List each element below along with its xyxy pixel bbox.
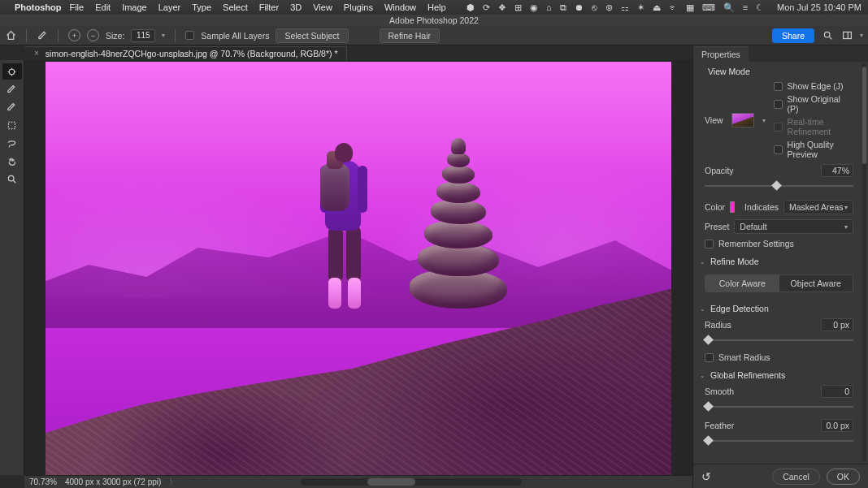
- quick-selection-tool[interactable]: [2, 63, 22, 80]
- brush-size-increase-button[interactable]: +: [68, 29, 80, 41]
- smooth-slider[interactable]: [705, 403, 853, 411]
- workspace-switcher-icon[interactable]: [840, 29, 853, 42]
- object-selection-tool[interactable]: [2, 117, 22, 133]
- wifi-icon[interactable]: ᯤ: [669, 2, 678, 12]
- zoom-level[interactable]: 70.73%: [29, 477, 57, 486]
- horizontal-scrollbar[interactable]: [301, 478, 522, 486]
- control-center-icon[interactable]: ≡: [743, 2, 748, 12]
- menu-file[interactable]: File: [69, 2, 84, 12]
- zoom-tool[interactable]: [2, 171, 22, 187]
- remember-settings-checkbox[interactable]: [705, 240, 714, 248]
- brush-tool-icon[interactable]: [37, 30, 48, 41]
- color-aware-option[interactable]: Color Aware: [705, 275, 779, 292]
- menu-type[interactable]: Type: [192, 2, 211, 12]
- status-icon[interactable]: ⏺: [575, 2, 584, 12]
- opacity-value[interactable]: 47%: [821, 164, 853, 177]
- menu-select[interactable]: Select: [223, 2, 248, 12]
- show-edge-label: Show Edge (J): [788, 81, 844, 91]
- show-original-checkbox[interactable]: [774, 100, 783, 109]
- close-tab-icon[interactable]: ×: [34, 49, 39, 58]
- status-icon[interactable]: ⌂: [546, 2, 552, 12]
- chevron-down-icon[interactable]: ▾: [762, 117, 766, 124]
- indicates-select[interactable]: Masked Areas▾: [783, 200, 853, 214]
- opacity-label: Opacity: [705, 166, 734, 175]
- hand-tool[interactable]: [2, 153, 22, 169]
- smart-radius-checkbox[interactable]: [705, 353, 714, 362]
- status-icon[interactable]: ⌨: [702, 2, 715, 13]
- home-icon[interactable]: [5, 30, 16, 41]
- feather-value[interactable]: 0.0 px: [821, 419, 853, 432]
- status-icon[interactable]: ⊚: [605, 2, 613, 13]
- canvas-art: [410, 138, 507, 309]
- svg-point-0: [824, 32, 830, 37]
- menu-3d[interactable]: 3D: [290, 2, 302, 12]
- document-tab[interactable]: × simon-english-48nerZQCHgo-unsplash.jpg…: [24, 46, 347, 60]
- section-title: Edge Detection: [710, 304, 769, 313]
- menu-layer[interactable]: Layer: [158, 2, 181, 12]
- smart-radius-label: Smart Radius: [718, 352, 770, 362]
- status-flyout-icon[interactable]: 〉: [169, 477, 177, 488]
- hq-preview-checkbox[interactable]: [774, 145, 783, 154]
- preset-select[interactable]: Default▾: [734, 219, 853, 234]
- app-name[interactable]: Photoshop: [15, 2, 61, 12]
- status-icon[interactable]: ✶: [637, 2, 644, 13]
- menu-image[interactable]: Image: [122, 2, 147, 12]
- document-canvas[interactable]: [46, 62, 671, 475]
- section-edge-detection[interactable]: ⌄Edge Detection: [693, 299, 861, 317]
- feather-slider[interactable]: [705, 437, 853, 445]
- spotlight-icon[interactable]: 🔍: [723, 2, 735, 13]
- indicates-value: Masked Areas: [789, 202, 844, 212]
- status-icon[interactable]: ⏏: [653, 2, 661, 13]
- menu-plugins[interactable]: Plugins: [344, 2, 373, 12]
- status-icon[interactable]: ⬢: [467, 2, 475, 13]
- status-icon[interactable]: ⚏: [621, 2, 629, 13]
- ok-button[interactable]: OK: [827, 469, 860, 485]
- select-subject-button[interactable]: Select Subject: [276, 28, 348, 43]
- refine-edge-brush-tool[interactable]: [2, 81, 22, 97]
- status-icon[interactable]: ⟳: [483, 2, 490, 13]
- brush-size-decrease-button[interactable]: −: [87, 29, 99, 41]
- section-global-refinements[interactable]: ⌄Global Refinements: [693, 365, 861, 383]
- vertical-scrollbar[interactable]: [862, 63, 866, 462]
- status-icon[interactable]: ▦: [686, 2, 694, 13]
- canvas-area[interactable]: [24, 60, 692, 475]
- radius-value[interactable]: 0 px: [821, 318, 853, 331]
- preset-value: Default: [740, 222, 766, 231]
- properties-tab[interactable]: Properties: [693, 46, 749, 62]
- opacity-slider[interactable]: [705, 182, 853, 190]
- search-icon[interactable]: [821, 29, 834, 42]
- overlay-color-swatch[interactable]: [730, 201, 735, 213]
- menu-filter[interactable]: Filter: [259, 2, 279, 12]
- status-icon[interactable]: ◉: [530, 2, 538, 13]
- view-thumbnail[interactable]: [731, 113, 754, 127]
- color-label: Color: [705, 202, 725, 212]
- lasso-tool[interactable]: [2, 135, 22, 151]
- status-icon[interactable]: ⊞: [514, 2, 522, 13]
- radius-slider[interactable]: [705, 336, 853, 344]
- section-refine-mode[interactable]: ⌄Refine Mode: [693, 252, 861, 270]
- status-icon[interactable]: ⧉: [560, 2, 566, 13]
- status-icon[interactable]: ❖: [498, 2, 506, 13]
- menu-edit[interactable]: Edit: [95, 2, 111, 12]
- cancel-button[interactable]: Cancel: [772, 469, 820, 485]
- menu-help[interactable]: Help: [427, 2, 446, 12]
- brush-tool[interactable]: [2, 99, 22, 115]
- status-icon[interactable]: ☾: [756, 2, 764, 13]
- menu-view[interactable]: View: [313, 2, 332, 12]
- reset-icon[interactable]: ↺: [701, 470, 711, 483]
- document-dimensions[interactable]: 4000 px x 3000 px (72 ppi): [65, 477, 161, 486]
- chevron-down-icon[interactable]: ▾: [860, 32, 863, 39]
- menu-window[interactable]: Window: [384, 2, 416, 12]
- status-icon[interactable]: ⎋: [592, 2, 597, 12]
- chevron-down-icon[interactable]: ▾: [162, 32, 165, 39]
- refine-hair-button[interactable]: Refine Hair: [380, 28, 441, 43]
- show-edge-checkbox[interactable]: [774, 82, 783, 91]
- share-button[interactable]: Share: [772, 28, 814, 43]
- smooth-value[interactable]: 0: [821, 385, 853, 398]
- sample-all-layers-checkbox[interactable]: [185, 31, 194, 40]
- menubar-clock[interactable]: Mon Jul 25 10:40 PM: [777, 2, 861, 12]
- object-aware-option[interactable]: Object Aware: [779, 275, 853, 292]
- brush-size-input[interactable]: [131, 29, 155, 42]
- document-tabs: × simon-english-48nerZQCHgo-unsplash.jpg…: [24, 45, 347, 60]
- refine-mode-segmented[interactable]: Color Aware Object Aware: [705, 274, 853, 292]
